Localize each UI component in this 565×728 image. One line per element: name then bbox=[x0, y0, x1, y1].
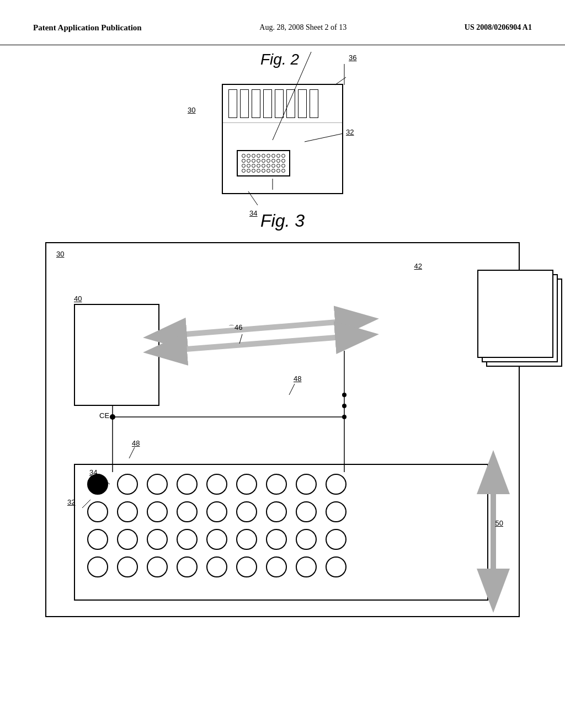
big-dot bbox=[206, 474, 227, 495]
label-46: ⌒46 bbox=[228, 323, 242, 332]
label-ce: CE bbox=[99, 411, 109, 420]
fig3-diagram: 30 40 42 CE bbox=[45, 242, 520, 617]
big-dot bbox=[147, 501, 168, 522]
big-dot bbox=[87, 501, 108, 522]
main-content: Fig. 2 36 bbox=[0, 51, 565, 634]
big-dot bbox=[87, 529, 108, 550]
label-32-fig2: 32 bbox=[346, 128, 354, 136]
big-dot bbox=[117, 529, 138, 550]
label-34-fig2: 34 bbox=[249, 209, 257, 217]
big-dot bbox=[296, 474, 317, 495]
fig2-annotation-lines bbox=[223, 85, 342, 193]
svg-point-17 bbox=[342, 404, 347, 408]
big-dot bbox=[266, 474, 287, 495]
big-dot-row-4 bbox=[87, 556, 475, 577]
fig3-title: Fig. 3 bbox=[44, 211, 521, 231]
big-dot bbox=[326, 501, 347, 522]
label-32-fig3: 32 bbox=[67, 498, 75, 506]
big-dot bbox=[326, 474, 347, 495]
label-48-bottom: 48 bbox=[132, 439, 140, 447]
svg-point-18 bbox=[342, 415, 347, 419]
big-dot bbox=[117, 474, 138, 495]
big-dot bbox=[266, 529, 287, 550]
label-36: 36 bbox=[349, 53, 356, 62]
big-dot bbox=[296, 556, 317, 577]
label-34-fig3: 34 bbox=[89, 468, 97, 477]
label-48-top: 48 bbox=[294, 374, 301, 383]
big-dot bbox=[206, 501, 227, 522]
label-30-fig3: 30 bbox=[56, 250, 64, 258]
big-dot bbox=[177, 474, 198, 495]
header-patent-number: US 2008/0206904 A1 bbox=[465, 22, 532, 33]
big-dot bbox=[296, 529, 317, 550]
box-42-layer-1 bbox=[477, 270, 553, 358]
svg-point-16 bbox=[342, 393, 347, 397]
big-dot bbox=[117, 556, 138, 577]
big-dot bbox=[236, 556, 257, 577]
big-dot bbox=[236, 474, 257, 495]
big-dot bbox=[147, 474, 168, 495]
big-dot bbox=[177, 529, 198, 550]
big-dot bbox=[177, 501, 198, 522]
fig2-section: Fig. 2 36 bbox=[44, 56, 521, 194]
big-dot bbox=[326, 529, 347, 550]
big-dot-row-1 bbox=[87, 474, 475, 495]
big-dot bbox=[266, 556, 287, 577]
big-dot bbox=[87, 556, 108, 577]
box-40 bbox=[74, 304, 159, 406]
fig2-device-box bbox=[222, 84, 343, 194]
label-50: 50 bbox=[495, 519, 503, 527]
big-dot bbox=[296, 501, 317, 522]
big-dot bbox=[326, 556, 347, 577]
big-dot bbox=[147, 529, 168, 550]
big-dot bbox=[147, 556, 168, 577]
svg-point-12 bbox=[110, 414, 115, 420]
bottom-grid-box bbox=[74, 464, 488, 601]
label-42: 42 bbox=[414, 262, 422, 270]
header-publication-label: Patent Application Publication bbox=[33, 22, 142, 34]
big-dot-filled bbox=[87, 474, 108, 495]
big-dot bbox=[266, 501, 287, 522]
svg-line-11 bbox=[165, 336, 357, 351]
big-dot-row-2 bbox=[87, 501, 475, 522]
big-dot bbox=[206, 556, 227, 577]
big-dot bbox=[236, 529, 257, 550]
page-header: Patent Application Publication Aug. 28, … bbox=[0, 0, 565, 45]
fig2-title: Fig. 2 bbox=[260, 51, 299, 68]
svg-line-23 bbox=[289, 384, 295, 395]
big-dot bbox=[117, 501, 138, 522]
big-dot bbox=[177, 556, 198, 577]
svg-line-24 bbox=[129, 447, 135, 458]
big-dot-row-3 bbox=[87, 529, 475, 550]
label-40: 40 bbox=[74, 295, 82, 303]
big-dot bbox=[236, 501, 257, 522]
big-dot bbox=[206, 529, 227, 550]
svg-line-22 bbox=[239, 334, 242, 344]
svg-line-10 bbox=[165, 320, 357, 336]
header-sheet-info: Aug. 28, 2008 Sheet 2 of 13 bbox=[259, 22, 347, 33]
label-30-fig2: 30 bbox=[188, 106, 195, 114]
